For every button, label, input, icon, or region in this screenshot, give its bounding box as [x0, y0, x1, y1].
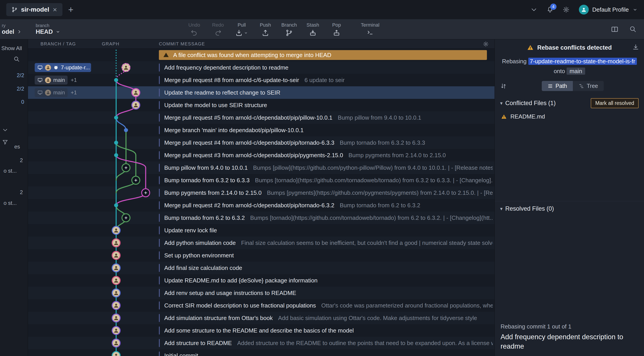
chevron-down-icon[interactable] — [530, 6, 537, 13]
search-icon[interactable] — [629, 25, 636, 33]
pull-button[interactable]: Pull — [231, 22, 252, 36]
commit-row[interactable]: Bump pillow from 9.4.0 to 10.0.1Bumps [p… — [28, 161, 494, 174]
commit-row[interactable]: main+1Update the readme to reflect chang… — [28, 86, 494, 99]
commit-node[interactable] — [112, 301, 120, 310]
rebasing-prefix: Rebasing — [502, 58, 526, 65]
redo-button[interactable]: Redo — [207, 22, 229, 36]
hidden-refs-badge[interactable]: +1 — [71, 77, 77, 83]
commit-node[interactable] — [112, 251, 120, 260]
branch-selector[interactable]: branch HEAD — [36, 23, 61, 35]
commit-node[interactable] — [112, 314, 120, 323]
commit-row[interactable]: Merge pull request #4 from arnold-c/depe… — [28, 136, 494, 149]
conflicted-file-row[interactable]: README.md — [495, 110, 644, 123]
commit-row[interactable]: Update the model to use SEIR structure — [28, 99, 494, 111]
commit-row[interactable]: Set up python environment — [28, 249, 494, 262]
commit-node[interactable] — [114, 141, 118, 145]
commit-node[interactable] — [122, 63, 130, 72]
conflicted-files-list: README.md — [495, 110, 644, 123]
redo-icon — [214, 29, 222, 36]
mark-all-resolved-button[interactable]: Mark all resolved — [591, 98, 639, 108]
sort-icon[interactable] — [500, 83, 507, 89]
commit-row[interactable]: main+1Merge pull request #8 from arnold-… — [28, 74, 494, 86]
commit-row[interactable]: A file conflict was found when attemptin… — [28, 49, 494, 61]
commit-row[interactable]: Bump pygments from 2.14.0 to 2.15.0Bumps… — [28, 187, 494, 199]
commit-node[interactable] — [112, 326, 120, 335]
tree-view-button[interactable]: Tree — [573, 81, 604, 91]
profile-menu[interactable]: Default Profile — [579, 5, 638, 14]
branch-label[interactable]: 7-update-r... — [35, 63, 91, 72]
undo-button[interactable]: Undo — [184, 22, 205, 36]
commit-row[interactable]: Merge pull request #3 from arnold-c/depe… — [28, 149, 494, 161]
commit-row[interactable]: Initial commit — [28, 349, 494, 356]
commit-row[interactable]: Update README.md to add {deSolve} packag… — [28, 274, 494, 287]
rail-item[interactable]: es — [14, 144, 20, 150]
commit-node[interactable] — [122, 213, 130, 222]
commit-message-cell: Update the model to use SEIR structure — [159, 101, 494, 109]
new-tab-button[interactable]: + — [68, 5, 74, 14]
commit-row[interactable]: Correct SIR model description to use fra… — [28, 299, 494, 312]
commit-node[interactable] — [112, 238, 120, 247]
commit-node[interactable] — [131, 88, 140, 97]
commit-message-cell: Bump pillow from 9.4.0 to 10.0.1Bumps [p… — [159, 164, 494, 172]
commit-row[interactable]: Merge branch 'main' into dependabot/pip/… — [28, 124, 494, 136]
commit-lane-bar — [159, 189, 160, 197]
commit-row[interactable]: Add some structure to the README and des… — [28, 324, 494, 337]
commit-row[interactable]: Bump tornado from 6.3.2 to 6.3.3Bumps [t… — [28, 174, 494, 187]
pop-button[interactable]: Pop — [326, 22, 347, 36]
commit-node[interactable] — [122, 163, 130, 172]
commit-row[interactable]: Merge pull request #2 from arnold-c/depe… — [28, 199, 494, 212]
rail-icons[interactable] — [2, 127, 8, 145]
rail-item[interactable]: o st... — [4, 200, 17, 206]
commit-row[interactable]: Bump tornado from 6.2 to 6.3.2Bumps [tor… — [28, 212, 494, 224]
commit-node[interactable] — [112, 263, 120, 272]
commit-node[interactable] — [112, 339, 120, 348]
close-tab-icon[interactable]: × — [53, 6, 57, 13]
conflicted-files-header[interactable]: ▾ Conflicted Files (1) Mark all resolved — [495, 94, 644, 110]
notifications-button[interactable]: 4 — [547, 6, 553, 13]
commit-message-cell: Merge pull request #4 from arnold-c/depe… — [159, 139, 494, 147]
hidden-refs-badge[interactable]: +1 — [71, 89, 77, 96]
commit-message: Merge pull request #5 from arnold-c/depe… — [164, 114, 332, 121]
repository-selector[interactable]: ry odel — [2, 23, 22, 35]
commit-lane-bar — [159, 327, 160, 335]
commit-row[interactable]: Add python simulation codeFinal size cal… — [28, 237, 494, 249]
download-icon[interactable] — [632, 44, 639, 50]
commit-graph-panel: BRANCH / TAG GRAPH COMMIT MESSAGE A file… — [28, 39, 494, 356]
resolved-files-header[interactable]: ▾ Resolved Files (0) — [495, 201, 644, 214]
path-view-button[interactable]: Path — [542, 81, 573, 91]
commit-row[interactable]: Add simulation structure from Ottar's bo… — [28, 312, 494, 324]
rail-item[interactable]: o st... — [4, 168, 17, 174]
rail-item[interactable]: Show All — [1, 45, 22, 51]
commit-node[interactable] — [131, 176, 140, 185]
push-button[interactable]: Push — [255, 22, 276, 36]
merge-conflict-banner[interactable]: A file conflict was found when attemptin… — [159, 50, 487, 60]
commit-node[interactable] — [114, 203, 118, 207]
column-settings-gear-icon[interactable] — [483, 41, 494, 47]
stash-button[interactable]: Stash — [302, 22, 324, 36]
branch-label[interactable]: main — [35, 76, 68, 84]
commit-row[interactable]: Add renv setup and usage instructions to… — [28, 287, 494, 299]
commit-node[interactable] — [114, 78, 118, 82]
commit-row[interactable]: Update renv lock file — [28, 224, 494, 237]
commit-row[interactable]: Add final size calculation code — [28, 262, 494, 274]
commit-node[interactable] — [114, 116, 118, 120]
branch-label[interactable]: main — [35, 88, 68, 97]
layout-split-icon[interactable] — [611, 25, 618, 33]
commit-node[interactable] — [112, 289, 120, 297]
terminal-button[interactable]: Terminal — [359, 22, 381, 36]
repo-tab[interactable]: sir-model × — [6, 3, 62, 16]
commit-description: Add basic simulation using Ottar's code.… — [278, 315, 477, 322]
toolbar: ry odel branch HEAD UndoRedoPullPushBran… — [0, 19, 644, 39]
settings-gear-icon[interactable] — [563, 6, 570, 13]
search-icon[interactable] — [14, 56, 20, 62]
commit-row[interactable]: Merge pull request #5 from arnold-c/depe… — [28, 111, 494, 124]
commit-node[interactable] — [114, 153, 118, 157]
commit-row[interactable]: 7-update-r...Add frequency dependent des… — [28, 61, 494, 74]
commit-node[interactable] — [112, 226, 120, 235]
commit-node[interactable] — [112, 276, 120, 285]
commit-row[interactable]: Add structure to READMEAdded structure t… — [28, 337, 494, 349]
commit-node[interactable] — [131, 101, 140, 110]
branch-button[interactable]: Branch — [278, 22, 300, 36]
commit-node[interactable] — [141, 188, 150, 197]
commit-node[interactable] — [124, 128, 128, 132]
